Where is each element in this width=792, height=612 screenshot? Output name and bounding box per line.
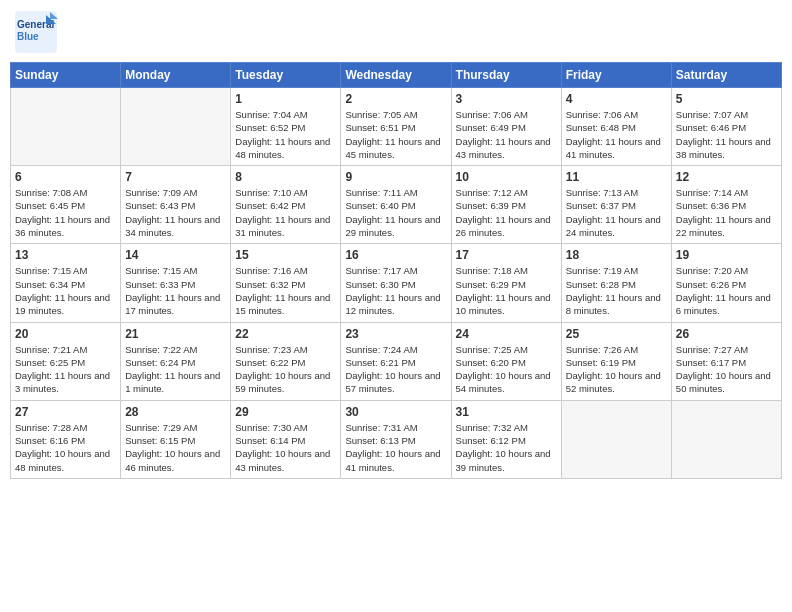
calendar-cell: 9Sunrise: 7:11 AM Sunset: 6:40 PM Daylig… <box>341 166 451 244</box>
calendar-week-row: 6Sunrise: 7:08 AM Sunset: 6:45 PM Daylig… <box>11 166 782 244</box>
days-header-row: SundayMondayTuesdayWednesdayThursdayFrid… <box>11 63 782 88</box>
day-number: 2 <box>345 92 446 106</box>
calendar-cell: 25Sunrise: 7:26 AM Sunset: 6:19 PM Dayli… <box>561 322 671 400</box>
day-number: 24 <box>456 327 557 341</box>
day-number: 6 <box>15 170 116 184</box>
calendar-cell: 7Sunrise: 7:09 AM Sunset: 6:43 PM Daylig… <box>121 166 231 244</box>
day-info: Sunrise: 7:13 AM Sunset: 6:37 PM Dayligh… <box>566 186 667 239</box>
day-number: 31 <box>456 405 557 419</box>
day-info: Sunrise: 7:31 AM Sunset: 6:13 PM Dayligh… <box>345 421 446 474</box>
day-number: 11 <box>566 170 667 184</box>
day-info: Sunrise: 7:29 AM Sunset: 6:15 PM Dayligh… <box>125 421 226 474</box>
svg-text:Blue: Blue <box>17 31 39 42</box>
day-number: 26 <box>676 327 777 341</box>
day-header-thursday: Thursday <box>451 63 561 88</box>
day-info: Sunrise: 7:22 AM Sunset: 6:24 PM Dayligh… <box>125 343 226 396</box>
day-number: 23 <box>345 327 446 341</box>
day-number: 13 <box>15 248 116 262</box>
day-info: Sunrise: 7:18 AM Sunset: 6:29 PM Dayligh… <box>456 264 557 317</box>
day-info: Sunrise: 7:32 AM Sunset: 6:12 PM Dayligh… <box>456 421 557 474</box>
logo-svg: GeneralBlue <box>14 10 58 54</box>
logo: GeneralBlue <box>14 10 58 54</box>
calendar-cell: 15Sunrise: 7:16 AM Sunset: 6:32 PM Dayli… <box>231 244 341 322</box>
day-info: Sunrise: 7:28 AM Sunset: 6:16 PM Dayligh… <box>15 421 116 474</box>
day-header-sunday: Sunday <box>11 63 121 88</box>
day-info: Sunrise: 7:05 AM Sunset: 6:51 PM Dayligh… <box>345 108 446 161</box>
day-number: 18 <box>566 248 667 262</box>
day-info: Sunrise: 7:06 AM Sunset: 6:49 PM Dayligh… <box>456 108 557 161</box>
day-number: 30 <box>345 405 446 419</box>
calendar-cell: 12Sunrise: 7:14 AM Sunset: 6:36 PM Dayli… <box>671 166 781 244</box>
calendar-week-row: 1Sunrise: 7:04 AM Sunset: 6:52 PM Daylig… <box>11 88 782 166</box>
day-number: 12 <box>676 170 777 184</box>
calendar-cell: 30Sunrise: 7:31 AM Sunset: 6:13 PM Dayli… <box>341 400 451 478</box>
calendar-cell: 2Sunrise: 7:05 AM Sunset: 6:51 PM Daylig… <box>341 88 451 166</box>
day-header-friday: Friday <box>561 63 671 88</box>
day-info: Sunrise: 7:11 AM Sunset: 6:40 PM Dayligh… <box>345 186 446 239</box>
day-info: Sunrise: 7:04 AM Sunset: 6:52 PM Dayligh… <box>235 108 336 161</box>
day-info: Sunrise: 7:10 AM Sunset: 6:42 PM Dayligh… <box>235 186 336 239</box>
calendar-cell: 19Sunrise: 7:20 AM Sunset: 6:26 PM Dayli… <box>671 244 781 322</box>
calendar-cell <box>671 400 781 478</box>
day-info: Sunrise: 7:30 AM Sunset: 6:14 PM Dayligh… <box>235 421 336 474</box>
calendar-cell: 4Sunrise: 7:06 AM Sunset: 6:48 PM Daylig… <box>561 88 671 166</box>
day-number: 17 <box>456 248 557 262</box>
calendar-cell: 3Sunrise: 7:06 AM Sunset: 6:49 PM Daylig… <box>451 88 561 166</box>
calendar-cell: 27Sunrise: 7:28 AM Sunset: 6:16 PM Dayli… <box>11 400 121 478</box>
day-info: Sunrise: 7:26 AM Sunset: 6:19 PM Dayligh… <box>566 343 667 396</box>
day-info: Sunrise: 7:24 AM Sunset: 6:21 PM Dayligh… <box>345 343 446 396</box>
day-info: Sunrise: 7:15 AM Sunset: 6:34 PM Dayligh… <box>15 264 116 317</box>
day-info: Sunrise: 7:15 AM Sunset: 6:33 PM Dayligh… <box>125 264 226 317</box>
calendar-cell: 11Sunrise: 7:13 AM Sunset: 6:37 PM Dayli… <box>561 166 671 244</box>
day-number: 5 <box>676 92 777 106</box>
day-info: Sunrise: 7:08 AM Sunset: 6:45 PM Dayligh… <box>15 186 116 239</box>
day-header-wednesday: Wednesday <box>341 63 451 88</box>
calendar-cell: 10Sunrise: 7:12 AM Sunset: 6:39 PM Dayli… <box>451 166 561 244</box>
calendar-cell: 23Sunrise: 7:24 AM Sunset: 6:21 PM Dayli… <box>341 322 451 400</box>
day-number: 1 <box>235 92 336 106</box>
calendar-cell: 22Sunrise: 7:23 AM Sunset: 6:22 PM Dayli… <box>231 322 341 400</box>
day-info: Sunrise: 7:25 AM Sunset: 6:20 PM Dayligh… <box>456 343 557 396</box>
calendar-cell: 5Sunrise: 7:07 AM Sunset: 6:46 PM Daylig… <box>671 88 781 166</box>
calendar-cell: 24Sunrise: 7:25 AM Sunset: 6:20 PM Dayli… <box>451 322 561 400</box>
day-info: Sunrise: 7:17 AM Sunset: 6:30 PM Dayligh… <box>345 264 446 317</box>
calendar-table: SundayMondayTuesdayWednesdayThursdayFrid… <box>10 62 782 479</box>
day-number: 9 <box>345 170 446 184</box>
day-number: 21 <box>125 327 226 341</box>
day-info: Sunrise: 7:07 AM Sunset: 6:46 PM Dayligh… <box>676 108 777 161</box>
calendar-cell: 13Sunrise: 7:15 AM Sunset: 6:34 PM Dayli… <box>11 244 121 322</box>
calendar-cell: 26Sunrise: 7:27 AM Sunset: 6:17 PM Dayli… <box>671 322 781 400</box>
day-number: 19 <box>676 248 777 262</box>
day-number: 27 <box>15 405 116 419</box>
calendar-cell: 16Sunrise: 7:17 AM Sunset: 6:30 PM Dayli… <box>341 244 451 322</box>
calendar-cell: 14Sunrise: 7:15 AM Sunset: 6:33 PM Dayli… <box>121 244 231 322</box>
calendar-cell: 29Sunrise: 7:30 AM Sunset: 6:14 PM Dayli… <box>231 400 341 478</box>
day-info: Sunrise: 7:06 AM Sunset: 6:48 PM Dayligh… <box>566 108 667 161</box>
day-number: 3 <box>456 92 557 106</box>
calendar-cell: 8Sunrise: 7:10 AM Sunset: 6:42 PM Daylig… <box>231 166 341 244</box>
day-number: 22 <box>235 327 336 341</box>
day-number: 25 <box>566 327 667 341</box>
day-info: Sunrise: 7:23 AM Sunset: 6:22 PM Dayligh… <box>235 343 336 396</box>
calendar-cell <box>11 88 121 166</box>
calendar-week-row: 13Sunrise: 7:15 AM Sunset: 6:34 PM Dayli… <box>11 244 782 322</box>
calendar-cell: 6Sunrise: 7:08 AM Sunset: 6:45 PM Daylig… <box>11 166 121 244</box>
calendar-cell: 31Sunrise: 7:32 AM Sunset: 6:12 PM Dayli… <box>451 400 561 478</box>
day-info: Sunrise: 7:27 AM Sunset: 6:17 PM Dayligh… <box>676 343 777 396</box>
calendar-cell: 20Sunrise: 7:21 AM Sunset: 6:25 PM Dayli… <box>11 322 121 400</box>
calendar-cell: 1Sunrise: 7:04 AM Sunset: 6:52 PM Daylig… <box>231 88 341 166</box>
day-info: Sunrise: 7:21 AM Sunset: 6:25 PM Dayligh… <box>15 343 116 396</box>
page-header: GeneralBlue <box>10 10 782 54</box>
day-info: Sunrise: 7:09 AM Sunset: 6:43 PM Dayligh… <box>125 186 226 239</box>
day-header-saturday: Saturday <box>671 63 781 88</box>
day-number: 15 <box>235 248 336 262</box>
day-number: 29 <box>235 405 336 419</box>
day-number: 8 <box>235 170 336 184</box>
day-number: 28 <box>125 405 226 419</box>
calendar-week-row: 27Sunrise: 7:28 AM Sunset: 6:16 PM Dayli… <box>11 400 782 478</box>
day-number: 14 <box>125 248 226 262</box>
day-number: 10 <box>456 170 557 184</box>
calendar-cell <box>561 400 671 478</box>
calendar-cell <box>121 88 231 166</box>
day-info: Sunrise: 7:20 AM Sunset: 6:26 PM Dayligh… <box>676 264 777 317</box>
